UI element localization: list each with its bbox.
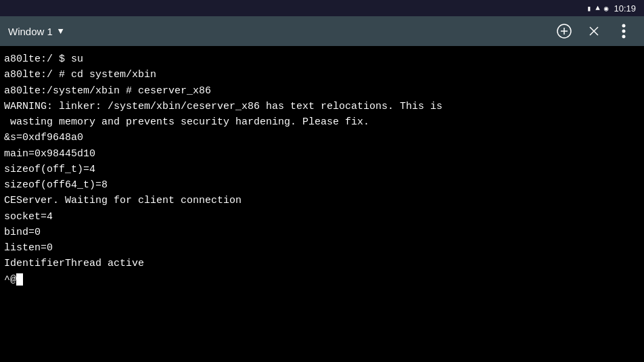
window-label: Window 1 xyxy=(8,26,53,37)
signal-icon: ▲ xyxy=(595,4,600,12)
terminal-line: IdentifierThread active xyxy=(4,256,640,271)
title-bar: Window 1 ▼ xyxy=(0,16,644,46)
window-dropdown-icon[interactable]: ▼ xyxy=(58,26,64,37)
terminal-line: a80lte:/ $ su xyxy=(4,51,640,67)
status-time: 10:19 xyxy=(614,3,636,14)
terminal-output: a80lte:/ $ sua80lte:/ # cd system/xbina8… xyxy=(4,51,640,288)
status-bar: ▮ ▲ ◉ 10:19 xyxy=(0,0,644,16)
wifi-icon: ◉ xyxy=(604,4,609,13)
terminal-line: ^@ xyxy=(4,272,640,288)
terminal-line: a80lte:/system/xbin # ceserver_x86 xyxy=(4,83,640,99)
battery-icon: ▮ xyxy=(587,4,592,13)
terminal-line: CEServer. Waiting for client connection xyxy=(4,193,640,208)
terminal-line: bind=0 xyxy=(4,225,640,240)
terminal[interactable]: a80lte:/ $ sua80lte:/ # cd system/xbina8… xyxy=(0,46,644,362)
svg-point-7 xyxy=(622,35,626,39)
terminal-line: &s=0xdf9648a0 xyxy=(4,130,640,145)
status-icons: ▮ ▲ ◉ xyxy=(587,4,609,13)
svg-point-6 xyxy=(622,30,626,33)
terminal-line: sizeof(off_t)=4 xyxy=(4,162,640,177)
add-window-button[interactable] xyxy=(552,19,576,43)
terminal-line: main=0x98445d10 xyxy=(4,146,640,162)
terminal-line: a80lte:/ # cd system/xbin xyxy=(4,67,640,83)
terminal-line: socket=4 xyxy=(4,209,640,225)
more-options-button[interactable] xyxy=(612,19,636,43)
terminal-line: wasting memory and prevents security har… xyxy=(4,114,640,130)
terminal-cursor xyxy=(16,273,23,286)
terminal-line: sizeof(off64_t)=8 xyxy=(4,177,640,193)
close-window-button[interactable] xyxy=(582,19,606,43)
terminal-line: WARNING: linker: /system/xbin/ceserver_x… xyxy=(4,99,640,114)
terminal-line: listen=0 xyxy=(4,240,640,256)
svg-point-5 xyxy=(622,24,626,28)
